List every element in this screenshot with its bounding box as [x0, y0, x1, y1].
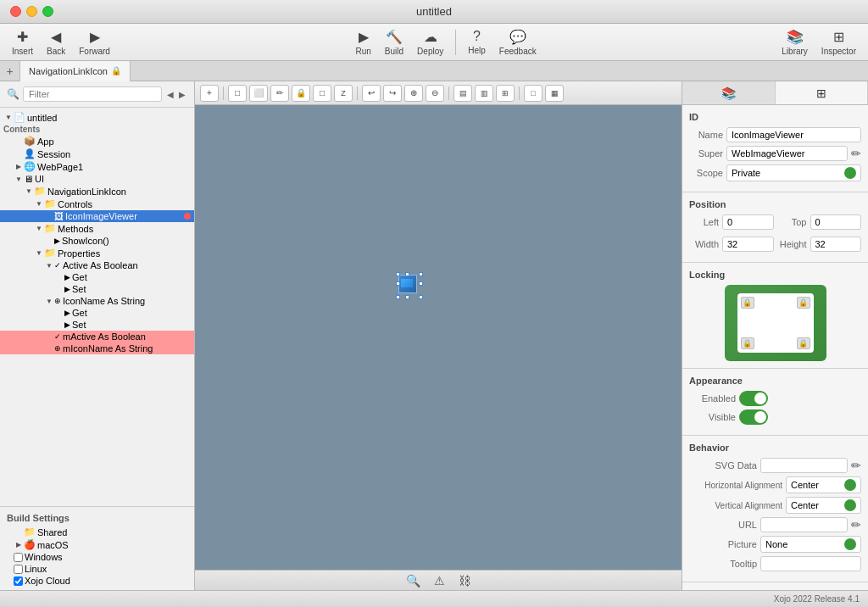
run-button[interactable]: ▶ Run — [350, 27, 376, 58]
halignment-dropdown[interactable]: Center — [786, 476, 861, 493]
statusbar-search-icon[interactable]: 🔍 — [406, 574, 420, 588]
tree-item-navlinkicon[interactable]: ▼ 📁 NavigationLinkIcon — [0, 185, 194, 198]
build-button[interactable]: 🔨 Build — [380, 27, 409, 58]
insert-button[interactable]: ✚ Insert — [7, 27, 38, 58]
svgdata-label: SVG Data — [689, 460, 757, 471]
canvas-redo-tool[interactable]: ↪ — [383, 85, 402, 102]
tree-item-untitled[interactable]: ▼ 📄 untitled — [0, 111, 194, 124]
search-input[interactable] — [23, 86, 162, 102]
canvas-widget[interactable] — [398, 275, 420, 297]
canvas-undo-tool[interactable]: ↩ — [362, 85, 381, 102]
top-label: Top — [777, 217, 807, 227]
tab-library[interactable]: 📚 — [682, 81, 776, 104]
top-input[interactable] — [810, 214, 862, 230]
tree-item-controls[interactable]: ▼ 📁 Controls — [0, 198, 194, 210]
statusbar-warning-icon[interactable]: ⚠ — [434, 574, 445, 588]
canvas-grid-tool[interactable]: ⊞ — [496, 85, 515, 102]
tree-item-iconimageviewer[interactable]: ▶ 🖼 IconImageViewer — [0, 210, 194, 222]
canvas-add-tool[interactable]: + — [200, 85, 219, 102]
tab-inspector[interactable]: ⊞ — [776, 81, 869, 104]
canvas-z-tool[interactable]: Z — [334, 85, 353, 102]
tree-item-xojocloud[interactable]: Xojo Cloud — [0, 575, 194, 587]
canvas-lock-tool[interactable]: 🔒 — [292, 85, 310, 102]
tree-item-windows[interactable]: Windows — [0, 551, 194, 563]
enabled-toggle[interactable] — [739, 391, 768, 406]
help-button[interactable]: ? Help — [463, 27, 491, 57]
tree-item-ui[interactable]: ▼ 🖥 UI — [0, 173, 194, 185]
tree-item-session[interactable]: ▶ 👤 Session — [0, 148, 194, 160]
tab-bar: + NavigationLinkIcon 🔒 — [0, 61, 868, 81]
tree-item-activeasbool[interactable]: ▼ ✓ Active As Boolean — [0, 259, 194, 271]
scope-dropdown[interactable]: Private — [726, 164, 861, 181]
canvas-draw-tool[interactable]: ✏ — [270, 85, 289, 102]
locking-widget[interactable]: 🔒 🔒 🔒 🔒 — [725, 285, 826, 361]
sidebar-next-arrow[interactable]: ▶ — [177, 88, 187, 101]
canvas-sub-tool[interactable]: ⊖ — [426, 85, 444, 102]
canvas-align-tool[interactable]: ▤ — [453, 85, 472, 102]
canvas-content[interactable] — [195, 105, 682, 570]
sidebar-prev-arrow[interactable]: ◀ — [165, 88, 175, 101]
name-input[interactable] — [726, 127, 861, 142]
tab-navigationlinkicon[interactable]: NavigationLinkIcon 🔒 — [20, 61, 131, 81]
toggle-icon: ▼ — [34, 199, 44, 209]
statusbar-link-icon[interactable]: ⛓ — [459, 574, 470, 588]
svgdata-input[interactable] — [760, 458, 848, 473]
tree-item-app[interactable]: ▶ 📦 App — [0, 135, 194, 148]
super-edit-icon[interactable]: ✏ — [851, 147, 861, 160]
canvas-select-tool[interactable]: □ — [228, 85, 247, 102]
tree-item-showicon[interactable]: ▶ ▶ ShowIcon() — [0, 235, 194, 247]
picture-dropdown[interactable]: None — [760, 536, 861, 553]
tree-item-properties[interactable]: ▼ 📁 Properties — [0, 247, 194, 259]
version-label: Xojo 2022 Release 4.1 — [774, 594, 860, 604]
height-input[interactable] — [810, 237, 862, 252]
windows-checkbox[interactable] — [14, 553, 23, 562]
visible-toggle[interactable] — [739, 409, 768, 425]
left-input[interactable] — [722, 214, 774, 230]
main-area: 🔍 ◀ ▶ ▼ 📄 untitled Contents ▶ 📦 App — [0, 81, 868, 590]
handle-tr — [419, 272, 423, 276]
tree-item-iconnameasstring[interactable]: ▼ ⊕ IconName As String — [0, 295, 194, 307]
tree-item-webpage1[interactable]: ▶ 🌐 WebPage1 — [0, 160, 194, 173]
canvas-rect-tool[interactable]: ⬜ — [249, 85, 268, 102]
svgdata-edit-icon[interactable]: ✏ — [851, 459, 861, 472]
minimize-button[interactable] — [26, 6, 37, 17]
super-input[interactable] — [726, 146, 848, 161]
tab-add-button[interactable]: + — [0, 61, 20, 81]
xojocloud-checkbox[interactable] — [14, 576, 23, 586]
tree-item-methods[interactable]: ▼ 📁 Methods — [0, 222, 194, 235]
library-button[interactable]: 📚 Library — [776, 27, 813, 58]
tree-item-linux[interactable]: Linux — [0, 563, 194, 575]
tree-item-macos[interactable]: ▶ 🍎 macOS — [0, 538, 194, 551]
canvas-add2-tool[interactable]: ⊕ — [404, 85, 423, 102]
inspector-button[interactable]: ⊞ Inspector — [816, 27, 861, 58]
canvas-frame-tool[interactable]: □ — [313, 85, 331, 102]
forward-button[interactable]: ▶ Forward — [74, 27, 115, 58]
back-button[interactable]: ◀ Back — [42, 27, 70, 58]
tree-item-mactiveasbool[interactable]: ▶ ✓ mActive As Boolean — [0, 331, 194, 342]
valignment-dropdown[interactable]: Center — [786, 497, 861, 514]
deploy-button[interactable]: ☁ Deploy — [412, 27, 448, 58]
maximize-button[interactable] — [42, 6, 53, 17]
lock-corner-tr: 🔒 — [797, 297, 810, 309]
tooltip-input[interactable] — [760, 556, 861, 571]
tree-item-shared[interactable]: ▶ 📁 Shared — [0, 526, 194, 538]
scope-label: Scope — [689, 168, 723, 178]
linux-checkbox[interactable] — [14, 565, 23, 574]
width-input[interactable] — [722, 237, 774, 252]
canvas-more-tool[interactable]: ▦ — [545, 85, 564, 102]
tree-item-set1[interactable]: ▶ ▶ Set — [0, 283, 194, 295]
canvas-zoom-tool[interactable]: □ — [524, 85, 542, 102]
tree-item-set2[interactable]: ▶ ▶ Set — [0, 319, 194, 331]
tree-item-miconname[interactable]: ▶ ⊕ mIconName As String — [0, 342, 194, 354]
toggle-icon: ▼ — [34, 224, 44, 234]
canvas-dist-tool[interactable]: ▥ — [475, 85, 493, 102]
close-button[interactable] — [10, 6, 21, 17]
tree-item-get2[interactable]: ▶ ▶ Get — [0, 307, 194, 319]
url-label: URL — [689, 520, 757, 530]
feedback-button[interactable]: 💬 Feedback — [494, 27, 542, 58]
tooltip-row: Tooltip — [689, 556, 861, 571]
halignment-green-dot — [844, 479, 856, 491]
url-input[interactable] — [760, 517, 848, 532]
tree-item-get1[interactable]: ▶ ▶ Get — [0, 271, 194, 283]
url-edit-icon[interactable]: ✏ — [851, 518, 861, 532]
